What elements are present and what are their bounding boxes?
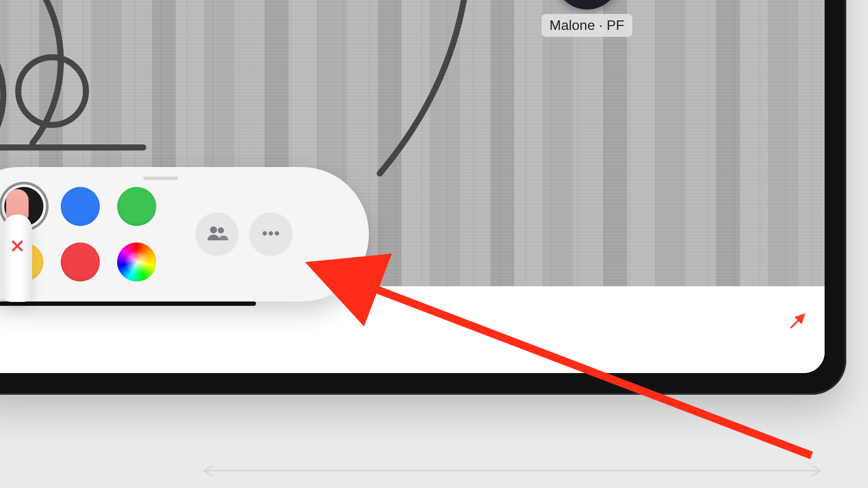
svg-line-2 [791,316,803,328]
player-token-label: Malone · PF [542,14,632,37]
svg-point-6 [269,231,273,236]
people-icon [206,226,228,243]
color-swatch-blue[interactable] [61,187,100,226]
device-frame: PF Malone · PF [0,0,846,395]
device-screen: PF Malone · PF [0,0,825,373]
color-swatch-red[interactable] [61,242,100,282]
svg-point-3 [210,226,217,233]
close-icon [11,214,24,254]
color-swatch-rainbow[interactable] [117,242,156,282]
draw-arrow-cue-icon[interactable] [788,311,807,332]
svg-point-1 [18,57,86,125]
scroll-hint-icon [191,463,833,478]
eraser-tool[interactable] [3,189,32,302]
players-button[interactable] [195,213,239,256]
svg-point-4 [218,227,224,233]
eraser-body [3,214,32,302]
color-swatch-green[interactable] [117,187,156,226]
timeline-scrubber[interactable] [0,301,256,306]
palette-tool-buttons [195,213,293,256]
svg-point-7 [275,231,279,236]
more-icon [261,230,280,238]
color-palette [0,167,369,301]
svg-point-5 [263,231,267,236]
palette-grabber[interactable] [143,177,178,180]
more-button[interactable] [249,213,293,256]
stage: PF Malone · PF [0,0,868,488]
